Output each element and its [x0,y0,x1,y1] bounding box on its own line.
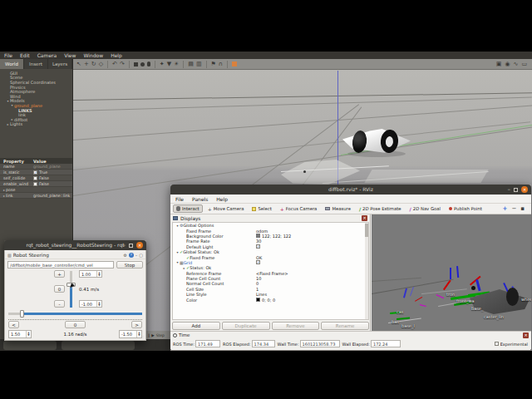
resize-grip[interactable]: ∷ [141,335,145,339]
log-icon[interactable]: ▭ [521,59,527,69]
angular-slider-groove[interactable] [8,313,142,315]
tool-select[interactable]: Select [249,204,274,213]
undo-icon[interactable]: ↶ [112,59,117,69]
time-panel-header[interactable]: Time ✕ [170,332,531,338]
align-icon[interactable]: ⚑ [211,59,216,69]
menu-item-file[interactable]: File [175,196,184,202]
menu-item-help[interactable]: Help [111,52,122,59]
minimize-button[interactable]: – [508,187,511,192]
linear-zero-button[interactable]: 0 [54,285,65,293]
display-row-color[interactable]: Color0; 0; 0 [173,297,368,302]
angular-zero-button[interactable]: 0 [65,321,86,328]
close-panel-icon[interactable]: ✕ [362,215,367,221]
menu-item-window[interactable]: Window [83,52,103,59]
experimental-checkbox[interactable] [495,342,499,346]
add-tool-plus-icon[interactable]: + [503,205,508,212]
screenshot-icon[interactable]: ▣ [496,59,502,69]
expander-icon[interactable]: ▸ [3,194,5,198]
checkbox[interactable] [33,182,37,186]
maximize-button[interactable] [514,188,518,192]
property-row[interactable]: self_collideFalse [0,175,72,181]
spinbox-arrows[interactable]: ▲▼ [96,271,101,277]
maximize-button[interactable] [129,244,133,248]
spinbox-arrows[interactable]: ▲▼ [136,331,141,337]
linear-max-value[interactable]: 1.00 [80,271,96,277]
time-field-value[interactable]: 1601213058.73 [300,340,340,347]
linear-max-spinbox[interactable]: 1.00 ▲▼ [79,270,102,278]
rotate-icon[interactable]: ↻ [91,59,96,69]
linear-min-spinbox[interactable]: -1.00 ▲▼ [79,300,102,308]
redo-icon[interactable]: ↷ [120,59,125,69]
angular-slider-handle[interactable] [20,310,24,318]
snap-icon[interactable]: ∩ [219,59,223,69]
checkbox[interactable] [33,176,37,180]
step-forward-icon[interactable]: ▶ [151,333,154,337]
tool-2d-pose-estimate[interactable]: /2D Pose Estimate [356,204,405,213]
tool-move-camera[interactable]: +Move Camera [204,204,248,213]
tool-options-icon[interactable]: ▪ [520,205,525,212]
help-icon[interactable]: ? [129,253,134,258]
plot-icon[interactable]: ∿ [514,59,519,69]
angular-min-spinbox[interactable]: -1.50 ▲▼ [119,330,142,338]
point-light-icon[interactable]: ✦ [160,59,165,69]
sphere-icon[interactable] [140,62,145,66]
rviz-titlebar[interactable]: diffbot.rviz* - RViz – ✕ [170,185,531,195]
time-field-value[interactable]: 172.24 [371,340,401,347]
property-row[interactable]: ▸pose [0,187,72,193]
menu-item-panels[interactable]: Panels [192,196,208,202]
linear-min-value[interactable]: -1.00 [80,301,96,307]
step-button[interactable]: Step [156,333,165,337]
linear-increase-button[interactable]: + [54,270,65,278]
menu-item-help[interactable]: Help [216,196,228,202]
property-row[interactable]: is_static✓True [0,170,72,175]
angular-right-button[interactable]: > [131,321,142,328]
gazebo-playback-controls[interactable]: ‖ ▶ Step [146,331,170,339]
tab-world[interactable]: World [0,59,24,69]
linear-decrease-button[interactable]: - [54,300,65,308]
angular-left-button[interactable]: < [8,321,19,328]
rviz-3d-view[interactable]: tronfront_wabase_caster_lincasbasbase_lw… [372,214,531,331]
tree-item-lights[interactable]: ▸Lights [0,122,72,127]
add-button[interactable]: Add [172,322,220,330]
menu-item-camera[interactable]: Camera [37,52,57,59]
translate-icon[interactable]: + [84,59,89,69]
tool-2d-nav-goal[interactable]: /2D Nav Goal [406,204,444,213]
close-button[interactable]: ✕ [521,186,528,193]
property-row[interactable]: enable_windFalse [0,181,72,187]
tool-publish-point[interactable]: Publish Point [446,204,485,213]
pause-icon[interactable]: ‖ [148,333,150,337]
close-plugin-icon[interactable]: ▢ [139,253,143,258]
menu-item-edit[interactable]: Edit [20,52,30,59]
record-icon[interactable]: ◉ [505,59,510,69]
checkbox[interactable]: ✓ [33,170,37,175]
minimize-button[interactable]: – [123,243,126,248]
menu-item-view[interactable]: View [64,52,76,59]
tool-interact[interactable]: Interact [173,204,203,213]
copy-icon[interactable]: ▤ [188,59,194,69]
expander-icon[interactable]: ▸ [3,188,5,192]
tool-focus-camera[interactable]: +Focus Camera [277,204,321,213]
tab-layers[interactable]: Layers [48,59,72,69]
rqt-titlebar[interactable]: rqt_robot_steering__RobotSteering - rqt … [4,240,146,250]
box-icon[interactable] [134,62,138,66]
cylinder-icon[interactable] [147,62,150,66]
paste-icon[interactable]: ▥ [196,59,202,69]
displays-panel-header[interactable]: Displays ✕ [170,214,370,222]
angular-min-value[interactable]: -1.50 [120,331,136,337]
close-panel-icon[interactable]: ✕ [523,332,529,338]
scrollbar[interactable] [365,223,368,319]
property-row[interactable]: ▸linkground_plane::link [0,193,72,199]
checkbox[interactable]: ✓ [256,260,260,264]
tool-measure[interactable]: Measure [322,204,354,213]
spot-light-icon[interactable]: ▼ [167,59,171,69]
property-row[interactable]: nameground_plane [0,164,72,170]
checkbox[interactable]: ✓ [256,244,260,249]
stop-button[interactable]: Stop [116,261,143,268]
close-button[interactable]: ✕ [136,242,143,249]
remove-tool-minus-icon[interactable]: − [511,205,516,212]
undock-icon[interactable]: – [135,253,138,258]
time-field-value[interactable]: 174.34 [252,340,275,347]
topic-input[interactable] [7,261,114,268]
diffbot-front-wheel[interactable] [380,129,399,154]
scale-icon[interactable]: ◇ [99,59,103,69]
